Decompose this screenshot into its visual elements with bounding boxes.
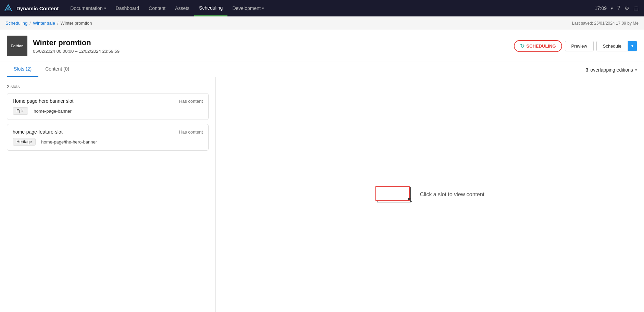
- split-layout: 2 slots Home page hero banner slot Has c…: [0, 77, 644, 312]
- slot-status-2: Has content: [179, 129, 203, 135]
- slot-meta-1: Epic home-page-banner: [13, 107, 203, 115]
- edition-header: Edition Winter promtion 05/02/2024 00:00…: [0, 30, 644, 62]
- overlapping-editions-button[interactable]: 3 overlapping editions ▾: [586, 67, 637, 77]
- tab-content[interactable]: Content (0): [38, 62, 76, 77]
- slot-card-1[interactable]: Home page hero banner slot Has content E…: [7, 93, 209, 120]
- time-dropdown[interactable]: ▾: [611, 6, 613, 11]
- slot-status-1: Has content: [179, 99, 203, 104]
- help-icon[interactable]: ?: [617, 5, 620, 11]
- settings-icon[interactable]: ⚙: [624, 5, 629, 12]
- slots-count: 2 slots: [0, 77, 215, 93]
- documentation-dropdown-arrow: ▾: [104, 6, 106, 11]
- top-nav: Dynamic Content Documentation ▾ Dashboar…: [0, 0, 644, 16]
- breadcrumb-scheduling[interactable]: Scheduling: [5, 21, 27, 26]
- development-dropdown-arrow: ▾: [262, 6, 264, 11]
- breadcrumb-sep-1: /: [29, 21, 31, 26]
- slot-path-1: home-page-banner: [34, 109, 72, 114]
- last-saved: Last saved: 25/01/2024 17:09 by Me: [572, 21, 639, 26]
- content-section: Slots (2) Content (0) 3 overlapping edit…: [0, 62, 644, 312]
- edition-title: Winter promtion: [33, 38, 514, 47]
- breadcrumb-bar: Scheduling / Winter sale / Winter promti…: [0, 16, 644, 30]
- profile-icon[interactable]: ⬚: [633, 5, 639, 12]
- slot-path-2: home-page/the-hero-banner: [41, 139, 97, 145]
- edition-thumbnail: Edition: [7, 36, 27, 56]
- slot-meta-2: Heritage home-page/the-hero-banner: [13, 138, 203, 146]
- right-panel: ↖ Click a slot to view content: [216, 77, 644, 312]
- breadcrumb-current: Winter promtion: [61, 21, 92, 26]
- schedule-dropdown-button[interactable]: ▾: [628, 41, 637, 51]
- overlapping-label: overlapping editions: [590, 67, 633, 73]
- schedule-button-group: Schedule ▾: [596, 41, 637, 51]
- edition-info: Winter promtion 05/02/2024 00:00:00 – 12…: [33, 38, 514, 54]
- nav-dashboard[interactable]: Dashboard: [111, 0, 144, 16]
- slot-header-2: home-page-feature-slot Has content: [13, 129, 203, 135]
- slot-icon-box: ↖: [375, 186, 413, 203]
- nav-content[interactable]: Content: [144, 0, 170, 16]
- nav-assets[interactable]: Assets: [170, 0, 194, 16]
- left-panel: 2 slots Home page hero banner slot Has c…: [0, 77, 216, 312]
- slot-tag-1: Epic: [13, 107, 28, 115]
- sync-icon: ↻: [520, 43, 524, 49]
- app-name: Dynamic Content: [16, 5, 59, 11]
- nav-scheduling[interactable]: Scheduling: [194, 0, 227, 16]
- slots-list: Home page hero banner slot Has content E…: [0, 93, 215, 158]
- main-area: Edition Winter promtion 05/02/2024 00:00…: [0, 30, 644, 312]
- overlapping-dropdown-arrow: ▾: [635, 68, 637, 72]
- breadcrumb-sep-2: /: [57, 21, 59, 26]
- breadcrumb: Scheduling / Winter sale / Winter promti…: [5, 21, 92, 26]
- slot-header-1: Home page hero banner slot Has content: [13, 98, 203, 104]
- nav-development[interactable]: Development ▾: [227, 0, 269, 16]
- click-slot-illustration: ↖ Click a slot to view content: [375, 186, 485, 203]
- slot-name-1: Home page hero banner slot: [13, 98, 73, 104]
- preview-button[interactable]: Preview: [565, 41, 594, 51]
- tabs: Slots (2) Content (0): [7, 62, 76, 77]
- schedule-button[interactable]: Schedule: [596, 41, 628, 51]
- breadcrumb-winter-sale[interactable]: Winter sale: [33, 21, 55, 26]
- edition-actions: ↻ SCHEDULING Preview Schedule ▾: [514, 40, 637, 52]
- slot-name-2: home-page-feature-slot: [13, 129, 63, 135]
- slot-card-2[interactable]: home-page-feature-slot Has content Herit…: [7, 124, 209, 151]
- tabs-bar: Slots (2) Content (0) 3 overlapping edit…: [0, 62, 644, 77]
- overlapping-count: 3: [586, 67, 589, 73]
- nav-items: Documentation ▾ Dashboard Content Assets…: [65, 0, 595, 16]
- tab-slots[interactable]: Slots (2): [7, 62, 38, 77]
- scheduling-button[interactable]: ↻ SCHEDULING: [514, 40, 562, 52]
- nav-documentation[interactable]: Documentation ▾: [65, 0, 111, 16]
- edition-dates: 05/02/2024 00:00:00 – 12/02/2024 23:59:5…: [33, 49, 514, 54]
- app-logo[interactable]: [3, 3, 14, 14]
- nav-right: 17:09 ▾ ? ⚙ ⬚: [595, 5, 641, 12]
- cursor-icon: ↖: [407, 196, 413, 203]
- click-slot-prompt: Click a slot to view content: [420, 191, 485, 198]
- slot-tag-2: Heritage: [13, 138, 36, 146]
- current-time: 17:09: [595, 5, 607, 11]
- slot-rect-outline: [375, 186, 410, 201]
